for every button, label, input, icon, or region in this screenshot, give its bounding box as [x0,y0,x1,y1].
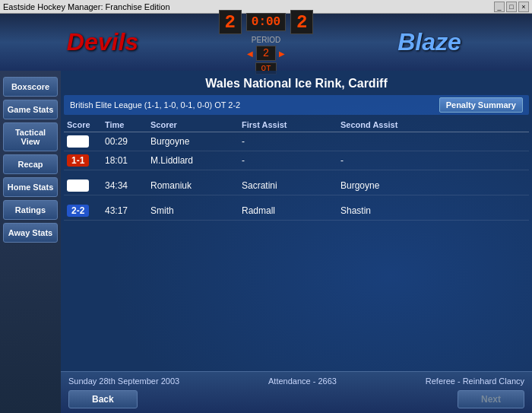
score-display: 2 0:00 2 [219,10,313,34]
score-badge: 1-0 [67,135,89,148]
sidebar-item-recap[interactable]: Recap [3,154,58,174]
close-button[interactable]: × [518,2,529,12]
table-divider [64,170,529,176]
penalty-summary-button[interactable]: Penalty Summary [439,97,523,113]
table-divider [64,195,529,202]
home-score: 2 [219,10,242,34]
period-next-arrow[interactable]: ▶ [279,49,285,58]
second-assist-cell: Shastin [340,205,439,216]
table-row: 1-0 00:29 Burgoyne - [64,132,529,151]
minimize-button[interactable]: _ [494,2,505,12]
app-title: Eastside Hockey Manager: Franchise Editi… [3,2,170,11]
period-prev-arrow[interactable]: ◀ [247,49,253,58]
sidebar-item-away-stats[interactable]: Away Stats [3,223,58,243]
venue-title: Wales National Ice Rink, Cardiff [61,71,532,95]
footer-info: Sunday 28th September 2003 Attendance - … [68,376,524,386]
titlebar-controls[interactable]: _ □ × [494,2,529,12]
sidebar-item-home-stats[interactable]: Home Stats [3,177,58,197]
table-header: Score Time Scorer First Assist Second As… [64,118,529,132]
period-row: ◀ 2 ▶ [247,46,285,61]
time-cell: 43:17 [105,205,150,216]
col-first-assist: First Assist [242,120,340,129]
footer: Sunday 28th September 2003 Attendance - … [61,371,532,413]
scoreboard: 2 0:00 2 PERIOD ◀ 2 ▶ OT [205,10,327,75]
sidebar-item-boxscore[interactable]: Boxscore [3,77,58,97]
period-label: PERIOD [252,36,280,44]
home-team-name: Devils [0,28,205,56]
league-bar: British Elite League (1-1, 1-0, 0-1, 0-0… [64,95,529,115]
table-row: 1-1 18:01 M.Liddlard - - [64,151,529,170]
time-cell: 34:34 [105,180,150,191]
second-assist-cell: - [340,155,439,166]
attendance: Attendance - 2663 [268,376,337,386]
score-cell: 2-1 [67,179,105,192]
score-cell: 2-2 [67,205,105,217]
away-score: 2 [290,10,313,34]
game-date: Sunday 28th September 2003 [68,376,179,386]
time-cell: 00:29 [105,136,150,147]
second-assist-cell: Burgoyne [340,180,439,191]
time-cell: 18:01 [105,155,150,166]
scorer-cell: Burgoyne [150,136,242,147]
first-assist-cell: Radmall [242,205,340,216]
footer-buttons: Back Next [68,390,524,408]
back-button[interactable]: Back [68,390,138,408]
score-table: Score Time Scorer First Assist Second As… [64,118,529,245]
col-time: Time [105,120,150,129]
score-cell: 1-1 [67,154,105,167]
scorer-cell: Romaniuk [150,180,242,191]
league-info: British Elite League (1-1, 1-0, 0-1, 0-0… [70,100,439,110]
first-assist-cell: - [242,155,340,166]
maximize-button[interactable]: □ [506,2,517,12]
table-row: 2-1 34:34 Romaniuk Sacratini Burgoyne [64,176,529,195]
game-header: Devils 2 0:00 2 PERIOD ◀ 2 ▶ OT Blaze [0,14,532,71]
next-button[interactable]: Next [458,390,524,408]
score-badge: 1-1 [67,154,89,167]
col-scorer: Scorer [150,120,242,129]
scorer-cell: M.Liddlard [150,155,242,166]
first-assist-cell: - [242,136,340,147]
score-cell: 1-0 [67,135,105,148]
scorer-cell: Smith [150,205,242,216]
period-value: 2 [256,46,276,61]
away-team-name: Blaze [327,28,532,56]
col-score: Score [67,120,105,129]
game-clock: 0:00 [246,13,286,31]
score-badge: 2-2 [67,205,89,217]
first-assist-cell: Sacratini [242,180,340,191]
col-second-assist: Second Assist [340,120,439,129]
sidebar-item-ratings[interactable]: Ratings [3,200,58,220]
sidebar-item-tactical-view[interactable]: Tactical View [3,122,58,151]
content-panel: Wales National Ice Rink, Cardiff British… [61,71,532,413]
referee: Referee - Reinhard Clancy [426,376,524,386]
main-area: Boxscore Game Stats Tactical View Recap … [0,71,532,413]
score-badge: 2-1 [67,179,89,192]
sidebar: Boxscore Game Stats Tactical View Recap … [0,71,61,413]
sidebar-item-game-stats[interactable]: Game Stats [3,100,58,119]
table-row: 2-2 43:17 Smith Radmall Shastin [64,202,529,221]
